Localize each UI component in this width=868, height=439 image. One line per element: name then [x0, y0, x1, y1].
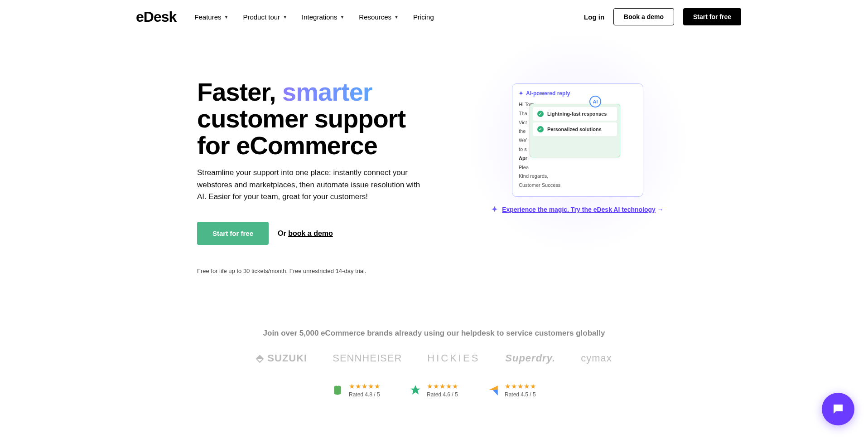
brand-sennheiser: SENNHEISER: [333, 352, 402, 364]
chevron-down-icon: ▼: [224, 15, 229, 20]
nav-label: Product tour: [243, 13, 280, 21]
book-demo-link[interactable]: book a demo: [288, 229, 333, 237]
start-free-button[interactable]: Start for free: [683, 8, 741, 25]
rating-shopify: ★★★★★ Rated 4.8 / 5: [332, 382, 381, 398]
nav-label: Resources: [359, 13, 391, 21]
card-signoff: Customer Success: [519, 181, 637, 190]
main-nav: Features ▼ Product tour ▼ Integrations ▼…: [194, 13, 434, 21]
ratings-row: ★★★★★ Rated 4.8 / 5 ★★★★★ Rated 4.6 / 5 …: [0, 382, 868, 398]
chat-icon: [831, 402, 845, 416]
popup-item: ✓ Personalized solutions: [533, 122, 617, 136]
popup-text: Lightning-fast responses: [547, 111, 607, 117]
hero-content: Faster, smarter customer support for eCo…: [197, 65, 433, 274]
or-text: Or: [278, 229, 288, 237]
hero-title: Faster, smarter customer support for eCo…: [197, 79, 433, 159]
stars: ★★★★★: [505, 382, 536, 390]
nav-resources[interactable]: Resources ▼: [359, 13, 399, 21]
nav-label: Pricing: [413, 13, 434, 21]
title-highlight: smarter: [282, 78, 372, 106]
check-icon: ✓: [537, 111, 544, 117]
nav-features[interactable]: Features ▼: [194, 13, 228, 21]
rating-text: Rated 4.6 / 5: [427, 391, 458, 398]
header-left: eDesk Features ▼ Product tour ▼ Integrat…: [136, 9, 434, 25]
hero-subtitle: Streamline your support into one place: …: [197, 167, 424, 203]
card-signoff: Kind regards,: [519, 172, 637, 181]
social-proof: Join over 5,000 eCommerce brands already…: [0, 302, 868, 416]
header-right: Log in Book a demo Start for free: [584, 8, 741, 25]
capterra-icon: [487, 384, 499, 396]
rating-text: Rated 4.8 / 5: [349, 391, 381, 398]
book-demo-button[interactable]: Book a demo: [613, 8, 674, 25]
card-line: Plea: [519, 163, 637, 172]
brand-logos: SUZUKI SENNHEISER HICKIES Superdry. cyma…: [0, 352, 868, 364]
hero-illustration: AI ✦ AI-powered reply Hi Tom, Tha Vict t…: [478, 65, 677, 274]
rating-text: Rated 4.5 / 5: [505, 391, 536, 398]
popup-item: ✓ Lightning-fast responses: [533, 107, 617, 121]
sparkle-icon: ✦: [519, 90, 523, 97]
proof-title: Join over 5,000 eCommerce brands already…: [0, 329, 868, 338]
nav-product-tour[interactable]: Product tour ▼: [243, 13, 287, 21]
title-pre: Faster,: [197, 78, 282, 106]
brand-cymax: cymax: [581, 352, 612, 364]
site-header: eDesk Features ▼ Product tour ▼ Integrat…: [0, 0, 868, 34]
login-link[interactable]: Log in: [584, 13, 604, 21]
hero-section: Faster, smarter customer support for eCo…: [0, 34, 868, 302]
hero-cta-row: Start for free Or book a demo: [197, 222, 433, 245]
stars: ★★★★★: [427, 382, 458, 390]
popup-text: Personalized solutions: [547, 127, 602, 132]
stars: ★★★★★: [349, 382, 381, 390]
logo[interactable]: eDesk: [136, 9, 176, 25]
nav-label: Integrations: [302, 13, 337, 21]
shopify-icon: [332, 384, 343, 396]
brand-hickies: HICKIES: [427, 352, 480, 364]
start-free-cta-button[interactable]: Start for free: [197, 222, 269, 245]
card-header-text: AI-powered reply: [526, 90, 570, 97]
ai-badge-icon: AI: [589, 96, 601, 107]
title-post: customer support for eCommerce: [197, 104, 405, 160]
hero-footnote: Free for life up to 30 tickets/month. Fr…: [197, 268, 433, 274]
chevron-down-icon: ▼: [283, 15, 287, 20]
nav-integrations[interactable]: Integrations ▼: [302, 13, 344, 21]
check-icon: ✓: [537, 126, 544, 132]
rating-capterra: ★★★★★ Rated 4.5 / 5: [487, 382, 536, 398]
or-book-demo: Or book a demo: [278, 229, 333, 238]
ai-reply-card: AI ✦ AI-powered reply Hi Tom, Tha Vict t…: [512, 83, 643, 197]
nav-pricing[interactable]: Pricing: [413, 13, 434, 21]
chevron-down-icon: ▼: [394, 15, 399, 20]
nav-label: Features: [194, 13, 221, 21]
chevron-down-icon: ▼: [340, 15, 344, 20]
brand-superdry: Superdry.: [505, 352, 555, 364]
rating-trustpilot: ★★★★★ Rated 4.6 / 5: [410, 382, 458, 398]
trustpilot-icon: [410, 384, 421, 396]
feature-popup: ✓ Lightning-fast responses ✓ Personalize…: [530, 104, 620, 157]
brand-suzuki: SUZUKI: [256, 352, 307, 364]
card-header: ✦ AI-powered reply: [519, 90, 637, 97]
logo-text: eDesk: [136, 9, 176, 25]
